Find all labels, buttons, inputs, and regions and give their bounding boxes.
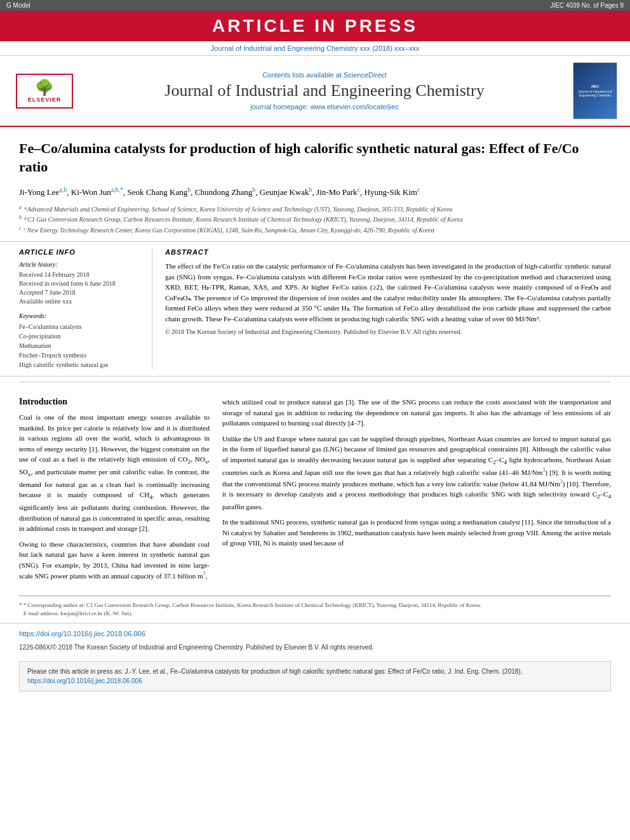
elsevier-text: ELSEVIER [28, 97, 62, 103]
available-online: Available online xxx [19, 297, 142, 306]
intro-paragraph-2: Owing to these characteristics, countrie… [19, 539, 210, 582]
footnote-area: * * Corresponding author at: C1 Gas Conv… [0, 596, 630, 622]
keyword-3: Methanation [19, 341, 142, 350]
keywords-title: Keywords: [19, 312, 142, 319]
journal-name-main: Journal of Industrial and Engineering Ch… [83, 81, 566, 100]
article-in-press-banner: ARTICLE IN PRESS [0, 11, 630, 41]
citation-doi-link[interactable]: https://doi.org/10.1016/j.jiec.2018.06.0… [27, 677, 142, 684]
intro-paragraph-5: In the traditional SNG process, syntheti… [222, 517, 611, 549]
article-title: Fe–Co/alumina catalysts for production o… [19, 140, 611, 176]
two-column-section: ARTICLE INFO Article history: Received 1… [0, 242, 630, 377]
abstract-title: ABSTRACT [165, 248, 611, 256]
g-model-label: G Model [6, 2, 30, 9]
journal-link-bar: Journal of Industrial and Engineering Ch… [0, 41, 630, 56]
homepage-link[interactable]: www.elsevier.com/locate/jiec [310, 103, 398, 110]
abstract-text: The effect of the Fe/Co ratio on the cat… [165, 261, 611, 324]
intro-paragraph-1: Coal is one of the most important energy… [19, 412, 210, 534]
citation-box: Please cite this article in press as: J.… [19, 661, 611, 691]
copyright-text: © 2018 The Korean Society of Industrial … [165, 328, 611, 337]
journal-homepage: journal homepage: www.elsevier.com/locat… [83, 103, 566, 110]
g-model-bar: G Model JIEC 4039 No. of Pages 8 [0, 0, 630, 11]
elsevier-logo: 🌳 ELSEVIER [13, 72, 76, 110]
intro-left-column: Introduction Coal is one of the most imp… [19, 397, 210, 586]
elsevier-tree-icon: 🌳 [35, 79, 54, 97]
received-date: Received 14 February 2018 [19, 270, 142, 279]
journal-title-center: Contents lists available at ScienceDirec… [83, 71, 566, 110]
homepage-label: journal homepage: [250, 103, 308, 110]
intro-right-column: which utilized coal to produce natural g… [222, 397, 611, 586]
contents-available: Contents lists available at ScienceDirec… [83, 71, 566, 79]
keyword-5: High calorific synthetic natural gas [19, 360, 142, 370]
journal-cover-image: JIEC Journal of Industrial and Engineeri… [573, 62, 617, 119]
affiliation-a: a ᵃ Advanced Materials and Chemical Engi… [19, 204, 611, 214]
footnote-corresponding: * * Corresponding author at: C1 Gas Conv… [19, 601, 611, 610]
footnote-email: E-mail address: kwjun@krict.re.kr (K.-W.… [19, 610, 611, 618]
issn-bar: 1226-086X/© 2018 The Korean Society of I… [0, 643, 630, 655]
doi-link[interactable]: https://doi.org/10.1016/j.jiec.2018.06.0… [19, 630, 145, 637]
journal-code: JIEC 4039 No. of Pages 8 [550, 2, 624, 9]
journal-link-text[interactable]: Journal of Industrial and Engineering Ch… [211, 44, 419, 52]
page: G Model JIEC 4039 No. of Pages 8 ARTICLE… [0, 0, 630, 840]
journal-header: 🌳 ELSEVIER Contents lists available at S… [0, 56, 630, 127]
authors: Ji-Yong Leea,b, Ki-Won Juna,b,*, Seok Ch… [19, 185, 611, 199]
journal-cover-text: JIEC Journal of Industrial and Engineeri… [573, 83, 617, 98]
abstract-section: ABSTRACT The effect of the Fe/Co ratio o… [165, 248, 611, 370]
elsevier-logo-inner: 🌳 ELSEVIER [16, 74, 73, 109]
accepted-date: Accepted 7 June 2018 [19, 288, 142, 297]
article-info-column: ARTICLE INFO Article history: Received 1… [19, 248, 152, 370]
keyword-2: Co-precipitation [19, 331, 142, 341]
introduction-heading: Introduction [19, 397, 210, 407]
affiliation-b: b ᵇ C1 Gas Conversion Research Group, Ca… [19, 214, 611, 224]
science-direct-link[interactable]: ScienceDirect [344, 71, 387, 79]
history-title: Article history: [19, 261, 142, 268]
article-in-press-text: ARTICLE IN PRESS [212, 16, 418, 36]
intro-paragraph-3: which utilized coal to produce natural g… [222, 397, 611, 429]
revised-date: Received in revised form 6 June 2018 [19, 279, 142, 288]
keyword-4: Fischer–Tropsch synthesis [19, 350, 142, 360]
intro-paragraph-4: Unlike the US and Europe where natural g… [222, 434, 611, 512]
affiliations: a ᵃ Advanced Materials and Chemical Engi… [19, 204, 611, 235]
article-info-title: ARTICLE INFO [19, 248, 142, 256]
section-divider [19, 382, 611, 382]
keyword-1: Fe–Co/alumina catalysts [19, 322, 142, 331]
doi-bar: https://doi.org/10.1016/j.jiec.2018.06.0… [0, 623, 630, 643]
introduction-section: Introduction Coal is one of the most imp… [0, 387, 630, 596]
affiliation-c: c ᶜ New Energy Technology Research Cente… [19, 225, 611, 235]
article-title-section: Fe–Co/alumina catalysts for production o… [0, 127, 630, 242]
contents-label: Contents lists available at [262, 71, 342, 79]
